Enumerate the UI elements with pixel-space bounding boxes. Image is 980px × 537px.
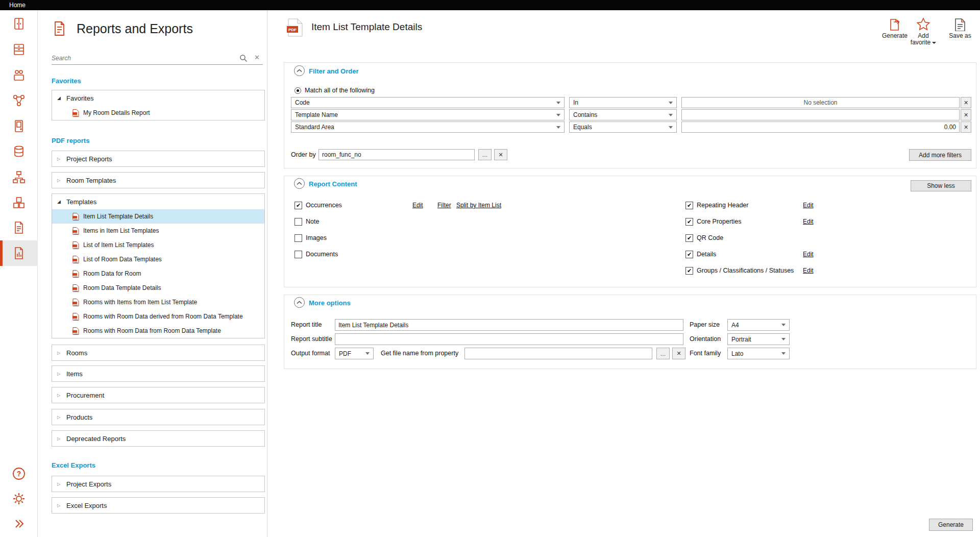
report-item[interactable]: Room Data for Room [52, 266, 264, 281]
expander-icon[interactable]: ▷ [57, 415, 64, 420]
groups-classifications-checkbox[interactable]: ✔ [685, 267, 693, 275]
images-checkbox[interactable] [295, 234, 302, 242]
report-item[interactable]: Items in Item List Templates [52, 224, 264, 238]
group-header[interactable]: ◢ Templates [52, 194, 264, 209]
expander-icon[interactable]: ▷ [57, 157, 64, 161]
expander-icon[interactable]: ◢ [57, 199, 64, 204]
report-item[interactable]: Rooms with Room Data derived from Room D… [52, 309, 264, 324]
qr-code-checkbox[interactable]: ✔ [685, 234, 693, 242]
filter-value-picker[interactable]: No selection [681, 97, 960, 108]
group-header[interactable]: ▷ Project Exports [52, 476, 264, 492]
expander-icon[interactable]: ▷ [57, 482, 64, 486]
match-all-radio[interactable] [295, 87, 301, 94]
equipment-box-icon[interactable] [0, 62, 38, 88]
expander-icon[interactable]: ▷ [57, 372, 64, 376]
report-item[interactable]: Room Data Template Details [52, 281, 264, 295]
report-item[interactable]: List of Room Data Templates [52, 252, 264, 266]
orientation-dropdown[interactable]: Portrait [727, 333, 790, 345]
generate-button[interactable]: Generate [929, 519, 973, 531]
reports-icon[interactable] [0, 240, 38, 266]
remove-filter-button[interactable]: ✕ [961, 97, 971, 108]
order-by-input[interactable] [318, 149, 475, 160]
remove-filter-button[interactable]: ✕ [961, 121, 971, 133]
home-tab[interactable]: Home [9, 0, 26, 10]
details-edit-link[interactable]: Edit [803, 251, 814, 258]
database-icon[interactable] [0, 139, 38, 164]
repeating-header-edit-link[interactable]: Edit [803, 202, 814, 209]
split-by-item-list-link[interactable]: Split by Item List [456, 202, 501, 209]
report-item-item-list-template-details[interactable]: Item List Template Details [52, 209, 264, 224]
file-name-property-input[interactable] [464, 348, 652, 359]
report-item[interactable]: Rooms with Room Data from Room Data Temp… [52, 324, 264, 338]
search-icon[interactable] [239, 54, 248, 64]
report-subtitle-input[interactable] [335, 333, 683, 345]
occurrences-checkbox[interactable]: ✔ [295, 202, 302, 209]
report-item[interactable]: List of Item List Templates [52, 238, 264, 252]
group-header[interactable]: ▷ Project Reports [52, 151, 264, 166]
collapse-section-icon[interactable] [294, 297, 305, 308]
org-chart-icon[interactable] [0, 164, 38, 190]
collapse-section-icon[interactable] [294, 178, 305, 189]
settings-gear-icon[interactable] [0, 487, 38, 510]
group-header[interactable]: ▷ Products [52, 409, 264, 425]
occurrences-filter-link[interactable]: Filter [437, 202, 451, 209]
expander-icon[interactable]: ▷ [57, 393, 64, 398]
repeating-header-checkbox[interactable]: ✔ [685, 202, 693, 209]
order-by-clear-button[interactable]: ✕ [494, 149, 507, 160]
filter-operator-dropdown[interactable]: In [569, 97, 677, 108]
add-favorite-toolbar-button[interactable]: Add favorite [908, 17, 939, 46]
groups-classifications-edit-link[interactable]: Edit [803, 267, 814, 274]
order-by-browse-button[interactable]: … [478, 149, 492, 160]
group-header[interactable]: ▷ Rooms [52, 345, 264, 360]
remove-filter-button[interactable]: ✕ [961, 109, 971, 120]
paper-size-dropdown[interactable]: A4 [727, 319, 790, 331]
group-header[interactable]: ▷ Room Templates [52, 173, 264, 188]
filter-field-dropdown[interactable]: Code [291, 97, 565, 108]
wardrobe-icon[interactable] [0, 11, 38, 37]
output-format-dropdown[interactable]: PDF [335, 348, 374, 359]
file-name-browse-button[interactable]: … [656, 348, 670, 359]
help-icon[interactable]: ? [0, 462, 38, 485]
collapse-section-icon[interactable] [294, 65, 305, 76]
expander-icon[interactable]: ▷ [57, 503, 64, 508]
core-properties-checkbox[interactable]: ✔ [685, 218, 693, 226]
report-item-my-room-details[interactable]: My Room Details Report [52, 106, 264, 120]
file-name-clear-button[interactable]: ✕ [672, 348, 685, 359]
group-header[interactable]: ▷ Procurement [52, 387, 264, 403]
expander-icon[interactable]: ◢ [57, 95, 64, 101]
save-as-toolbar-button[interactable]: Save as [944, 17, 976, 39]
report-title-input[interactable] [335, 319, 683, 331]
search-clear-icon[interactable]: ✕ [254, 54, 260, 61]
expand-chevrons-icon[interactable] [0, 512, 38, 535]
expander-icon[interactable]: ▷ [57, 351, 64, 355]
add-more-filters-button[interactable]: Add more filters [909, 149, 971, 161]
report-item[interactable]: Rooms with Items from Item List Template [52, 295, 264, 309]
favorites-group-header[interactable]: ◢ Favorites [52, 90, 264, 106]
font-family-dropdown[interactable]: Lato [727, 348, 790, 359]
process-nodes-icon[interactable] [0, 88, 38, 113]
specification-document-icon[interactable] [0, 215, 38, 240]
show-less-button[interactable]: Show less [911, 180, 971, 191]
group-header[interactable]: ▷ Deprecated Reports [52, 431, 264, 446]
search-input[interactable] [52, 53, 235, 64]
occurrences-edit-link[interactable]: Edit [412, 202, 423, 209]
filter-value-input[interactable] [681, 109, 960, 120]
core-properties-edit-link[interactable]: Edit [803, 218, 814, 225]
group-header[interactable]: ▷ Excel Exports [52, 498, 264, 513]
filter-field-dropdown[interactable]: Template Name [291, 109, 565, 120]
filter-operator-dropdown[interactable]: Equals [569, 121, 677, 133]
cabinet-icon[interactable] [0, 37, 38, 62]
expander-icon[interactable]: ▷ [57, 178, 64, 183]
filter-field-dropdown[interactable]: Standard Area [291, 121, 565, 133]
group-header[interactable]: ▷ Items [52, 366, 264, 381]
dropdown-caret-icon[interactable] [932, 42, 936, 44]
note-checkbox[interactable] [295, 218, 302, 226]
documents-checkbox[interactable] [295, 251, 302, 258]
filter-operator-dropdown[interactable]: Contains [569, 109, 677, 120]
details-checkbox[interactable]: ✔ [685, 251, 693, 258]
expander-icon[interactable]: ▷ [57, 436, 64, 441]
filter-value-input[interactable] [681, 121, 960, 133]
building-blocks-icon[interactable] [0, 190, 38, 215]
door-icon[interactable] [0, 113, 38, 139]
generate-toolbar-button[interactable]: Generate [879, 17, 911, 39]
